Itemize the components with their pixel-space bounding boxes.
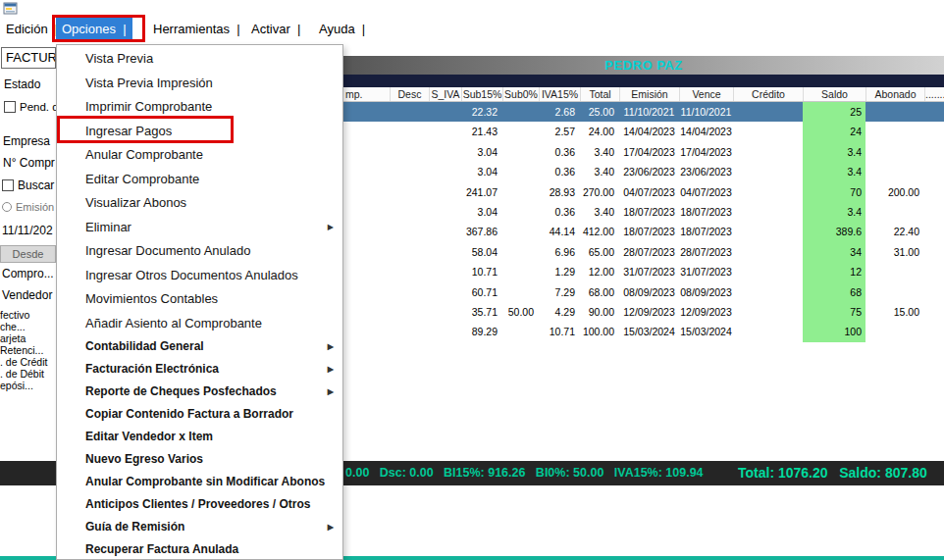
cell-abonado [865, 322, 924, 341]
cell-siva [429, 282, 461, 302]
options-menu-item[interactable]: Ingresar Pagos [57, 120, 342, 144]
payment-type-item[interactable]: fectivo [0, 309, 29, 321]
options-menu-item[interactable]: Imprimir Comprobante [57, 95, 342, 120]
cell-siva [429, 222, 461, 241]
cell-vence: 18/07/2023 [679, 202, 733, 222]
options-menu-item[interactable]: Facturación Electrónica ▶ [57, 358, 342, 381]
cell-emision: 14/04/2023 [619, 122, 679, 141]
menu-item-label: Reporte de Cheques Posfechados [85, 384, 277, 398]
table-row[interactable]: 3.04 0.36 3.40 23/06/2023 23/06/2023 3.4 [343, 162, 944, 181]
cell-sub0 [502, 122, 539, 141]
options-menu-item[interactable]: Añadir Asiento al Comprobante [57, 312, 342, 336]
options-menu-item[interactable]: Anular Comprobante sin Modificar Abonos [57, 471, 342, 493]
options-menu-item[interactable]: Movimientos Contables [57, 287, 342, 312]
col-header-desc[interactable]: Desc [390, 87, 429, 101]
options-menu-item[interactable]: Visualizar Abonos [57, 191, 342, 216]
options-menu-item[interactable]: Vista Previa [57, 47, 342, 72]
col-header-sub15[interactable]: Sub15% [461, 87, 502, 101]
menu-herramientas[interactable]: Herramientas | [147, 17, 246, 41]
col-header-abonado[interactable]: Abonado [865, 87, 924, 101]
col-header-iva15[interactable]: IVA15% [539, 87, 580, 101]
payment-type-item[interactable]: . de Débit [0, 368, 44, 380]
menu-item-label: Imprimir Comprobante [85, 99, 212, 114]
chevron-right-icon: ▶ [328, 358, 334, 381]
options-menu-item[interactable]: Eliminar ▶ [57, 216, 342, 240]
payment-type-item[interactable]: che... [0, 321, 26, 332]
options-menu-item[interactable]: Ingresar Documento Anulado [57, 239, 342, 264]
cell-abonado: 31.00 [865, 242, 924, 262]
cell-flag [924, 122, 944, 141]
table-row[interactable]: 58.04 6.96 65.00 28/07/2023 28/07/2023 3… [343, 242, 944, 262]
menu-item-label: Vista Previa Impresión [85, 76, 213, 90]
cell-saldo: 12 [803, 262, 865, 281]
cell-iva15: 4.29 [539, 302, 580, 322]
col-header-credito[interactable]: Crédito [733, 87, 803, 101]
col-header-saldo[interactable]: Saldo [803, 87, 865, 101]
options-menu-item[interactable]: Guía de Remisión ▶ [57, 516, 342, 538]
options-menu-item[interactable]: Editar Comprobante [57, 168, 342, 192]
desde-button[interactable]: Desde [0, 245, 56, 263]
options-menu-item[interactable]: Contabilidad General ▶ [57, 335, 342, 358]
cell-sub0 [502, 102, 539, 122]
menu-activar[interactable]: Activar | [245, 17, 306, 41]
cell-iva15: 6.96 [539, 242, 580, 262]
doc-type-box[interactable]: FACTUR [1, 47, 56, 69]
options-menu-item[interactable]: Ingresar Otros Documentos Anulados [57, 264, 342, 288]
table-row[interactable]: 3.04 0.36 3.40 17/04/2023 17/04/2023 3.4 [343, 142, 944, 162]
cell-sub15: 241.07 [461, 182, 502, 202]
menu-item-label: Ingresar Pagos [85, 124, 172, 138]
table-row[interactable]: 35.71 50.00 4.29 90.00 12/09/2023 12/09/… [343, 302, 944, 322]
cell-flag [924, 142, 944, 162]
options-menu-item[interactable]: Vista Previa Impresión [57, 72, 342, 96]
col-header-total[interactable]: Total [580, 87, 619, 101]
table-row[interactable]: 10.71 1.29 12.00 31/07/2023 31/07/2023 1… [343, 262, 944, 281]
cell-siva [429, 302, 461, 322]
emision-radio[interactable] [2, 202, 12, 212]
table-row[interactable]: 22.32 2.68 25.00 11/10/2021 11/10/2021 2… [343, 102, 944, 122]
buscar-checkbox[interactable] [2, 179, 14, 191]
col-header-siva[interactable]: S_IVA [429, 87, 461, 101]
col-header-vence[interactable]: Vence [679, 87, 733, 101]
pend-checkbox[interactable] [4, 101, 16, 113]
payment-type-item[interactable]: Retenci... [0, 344, 43, 356]
cell-vence: 14/04/2023 [679, 122, 733, 141]
date-input[interactable]: 11/11/202 [2, 224, 53, 237]
cell-siva [429, 162, 461, 181]
cell-sub0 [502, 162, 539, 181]
cell-siva [429, 102, 461, 122]
options-menu-item[interactable]: Reporte de Cheques Posfechados ▶ [57, 381, 342, 403]
table-row[interactable]: 89.29 10.71 100.00 15/03/2024 15/03/2024… [343, 322, 944, 341]
cell-abonado: 15.00 [865, 302, 924, 322]
payment-type-item[interactable]: . de Crédit [0, 356, 47, 368]
options-menu-item[interactable]: Nuevo Egreso Varios [57, 448, 342, 471]
table-row[interactable]: 367.86 44.14 412.00 18/07/2023 18/07/202… [343, 222, 944, 241]
options-menu-item[interactable]: Copiar Contenido Factura a Borrador [57, 403, 342, 426]
col-header-emision[interactable]: Emisión [619, 87, 679, 101]
menu-item-label: Recuperar Factura Anulada [85, 542, 238, 556]
cell-total: 3.40 [580, 142, 619, 162]
options-menu-item[interactable]: Anular Comprobante [57, 143, 342, 168]
cell-comp [343, 182, 390, 202]
menu-edicion[interactable]: Edición | [0, 17, 64, 41]
menu-ayuda[interactable]: Ayuda | [313, 17, 371, 41]
cell-saldo: 3.4 [803, 202, 865, 222]
table-row[interactable]: 241.07 28.93 270.00 04/07/2023 04/07/202… [343, 182, 944, 202]
col-header-comp[interactable]: mp. [343, 87, 390, 101]
options-menu-item[interactable]: Anticipos Clientes / Proveedores / Otros [57, 493, 342, 516]
payment-type-item[interactable]: epósi... [0, 380, 33, 391]
cell-iva15: 2.57 [539, 122, 580, 141]
cell-saldo: 68 [803, 282, 865, 302]
menu-opciones[interactable]: Opciones | [56, 17, 132, 41]
col-header-sub0[interactable]: Sub0% [502, 87, 539, 101]
totals-summary: 0.00 Dsc: 0.00 BI15%: 916.26 BI0%: 50.00… [345, 461, 704, 485]
table-row[interactable]: 21.43 2.57 24.00 14/04/2023 14/04/2023 2… [343, 122, 944, 141]
cell-flag [924, 102, 944, 122]
table-row[interactable]: 60.71 7.29 68.00 08/09/2023 08/09/2023 6… [343, 282, 944, 302]
payment-type-item[interactable]: arjeta [0, 332, 26, 344]
options-menu-item[interactable]: Recuperar Factura Anulada [57, 538, 342, 560]
cell-comp [343, 262, 390, 281]
table-row[interactable]: 3.04 0.36 3.40 18/07/2023 18/07/2023 3.4 [343, 202, 944, 222]
cell-saldo: 389.6 [803, 222, 865, 241]
cell-sub0 [502, 222, 539, 241]
options-menu-item[interactable]: Editar Vendedor x Item [57, 426, 342, 448]
